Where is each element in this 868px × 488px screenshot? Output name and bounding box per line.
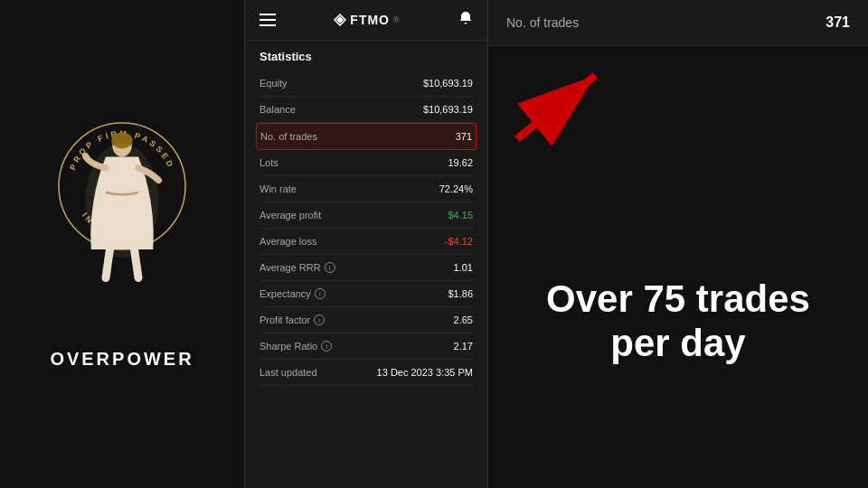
no-trades-value: 371 xyxy=(456,131,472,142)
stat-row-lots: Lots 19.62 xyxy=(259,150,473,176)
stat-row-avg-profit: Average profit $4.15 xyxy=(259,202,473,229)
stat-row-last-updated: Last updated 13 Dec 2023 3:35 PM xyxy=(259,360,473,386)
expectancy-info-icon[interactable]: i xyxy=(315,288,326,299)
stat-row-no-trades: No. of trades 371 xyxy=(256,123,476,150)
stat-row-expectancy: Expectancy i $1.86 xyxy=(259,281,473,307)
no-trades-label: No. of trades xyxy=(260,131,317,142)
equity-value: $10,693.19 xyxy=(423,78,473,89)
profit-factor-value: 2.65 xyxy=(454,314,473,325)
profit-factor-label: Profit factor i xyxy=(259,314,325,325)
svg-point-5 xyxy=(86,144,159,258)
expectancy-label: Expectancy i xyxy=(259,288,326,299)
avg-profit-label: Average profit xyxy=(259,210,321,221)
rrr-info-icon[interactable]: i xyxy=(325,262,335,273)
stat-row-win-rate: Win rate 72.24% xyxy=(259,176,473,202)
win-rate-label: Win rate xyxy=(259,183,297,194)
last-updated-value: 13 Dec 2023 3:35 PM xyxy=(377,367,473,378)
top-bar-label: No. of trades xyxy=(506,15,579,30)
phone-panel: FTMO ® Statistics Equity $10,693.19 Bala… xyxy=(244,0,488,488)
avg-rrr-value: 1.01 xyxy=(454,262,473,273)
ftmo-text: FTMO xyxy=(350,13,390,27)
big-text-line1: Over 75 trades xyxy=(546,277,810,320)
stat-row-avg-loss: Average loss -$4.12 xyxy=(259,229,473,255)
stat-row-sharpe: Sharpe Ratio i 2.17 xyxy=(259,333,473,360)
stat-row-avg-rrr: Average RRR i 1.01 xyxy=(259,255,473,281)
notification-bell-icon[interactable] xyxy=(458,11,473,29)
stats-section: Statistics Equity $10,693.19 Balance $10… xyxy=(245,41,487,488)
stat-row-balance: Balance $10,693.19 xyxy=(259,97,473,123)
left-section: PROP FIRM PASSED INREXEN xyxy=(0,0,244,488)
hamburger-menu[interactable] xyxy=(259,14,276,26)
lots-value: 19.62 xyxy=(448,157,473,168)
balance-label: Balance xyxy=(259,104,296,115)
ftmo-logo: FTMO ® xyxy=(334,13,400,27)
win-rate-value: 72.24% xyxy=(439,183,473,194)
right-section: No. of trades 371 Over 75 trades per day xyxy=(488,0,868,488)
profit-factor-info-icon[interactable]: i xyxy=(314,314,325,325)
big-text-line2: per day xyxy=(610,322,745,364)
phone-header: FTMO ® xyxy=(245,0,487,41)
jesus-figure xyxy=(77,127,167,290)
avg-loss-value: -$4.12 xyxy=(445,236,473,247)
avg-loss-label: Average loss xyxy=(259,236,316,247)
avg-rrr-label: Average RRR i xyxy=(259,262,335,273)
equity-label: Equity xyxy=(259,78,288,89)
big-text: Over 75 trades per day xyxy=(546,277,810,365)
top-bar: No. of trades 371 xyxy=(488,0,868,46)
balance-value: $10,693.19 xyxy=(423,104,473,115)
overpower-text: OVERPOWER xyxy=(50,349,193,370)
ftmo-diamond-icon xyxy=(334,14,346,26)
last-updated-label: Last updated xyxy=(259,367,317,378)
red-arrow-icon xyxy=(497,64,615,145)
stats-title: Statistics xyxy=(259,50,473,63)
right-content: Over 75 trades per day xyxy=(488,46,868,488)
stat-row-equity: Equity $10,693.19 xyxy=(259,70,473,97)
avg-profit-value: $4.15 xyxy=(448,210,473,221)
top-bar-value: 371 xyxy=(826,14,850,31)
svg-line-9 xyxy=(517,76,596,139)
sharpe-info-icon[interactable]: i xyxy=(321,341,332,352)
stat-row-profit-factor: Profit factor i 2.65 xyxy=(259,307,473,333)
expectancy-value: $1.86 xyxy=(448,288,473,299)
sharpe-value: 2.17 xyxy=(454,341,473,352)
sharpe-label: Sharpe Ratio i xyxy=(259,341,332,352)
lots-label: Lots xyxy=(259,157,278,168)
